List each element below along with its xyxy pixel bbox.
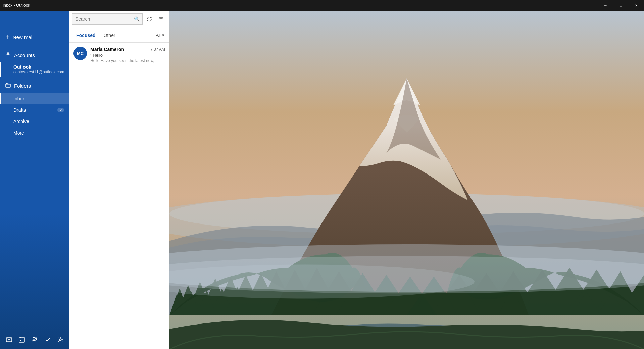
- mail-toolbar: 🔍: [69, 11, 169, 28]
- avatar-initials: MC: [77, 51, 84, 56]
- hamburger-line-1: [7, 17, 12, 18]
- drafts-label: Drafts: [13, 107, 26, 113]
- accounts-section: Accounts: [0, 46, 69, 62]
- filter-dropdown[interactable]: All ▾: [154, 31, 166, 39]
- folders-section-header[interactable]: Folders: [5, 80, 69, 92]
- settings-nav-icon[interactable]: [54, 334, 66, 346]
- hamburger-button[interactable]: [3, 12, 16, 26]
- sidebar-header: [0, 11, 69, 28]
- mail-time: 7:37 AM: [150, 47, 165, 52]
- more-label: More: [13, 130, 24, 136]
- accounts-icon: [5, 52, 11, 58]
- mail-preview: Hello Have you seen the latest new, ...: [90, 58, 165, 63]
- new-mail-plus-icon: +: [5, 33, 9, 41]
- search-input[interactable]: [75, 16, 134, 22]
- accounts-label: Accounts: [14, 52, 35, 58]
- app-container: + New mail Accounts: [0, 11, 644, 349]
- folder-item-archive[interactable]: Archive: [0, 116, 69, 127]
- sync-button[interactable]: [144, 13, 155, 25]
- mail-subject: Hello: [93, 53, 103, 58]
- search-icon[interactable]: 🔍: [134, 16, 140, 22]
- search-box[interactable]: 🔍: [72, 13, 143, 25]
- account-item-outlook[interactable]: Outlook contosotest11@outlook.com: [0, 62, 69, 77]
- svg-point-0: [7, 52, 9, 54]
- close-button[interactable]: ✕: [629, 0, 644, 11]
- minimize-button[interactable]: ─: [598, 0, 613, 11]
- folder-item-drafts[interactable]: Drafts 2: [0, 104, 69, 116]
- mail-list: MC Maria Cameron 7:37 AM › Hello Hello H…: [69, 43, 169, 349]
- new-mail-label: New mail: [13, 34, 34, 40]
- account-name: Outlook: [13, 64, 67, 70]
- tasks-nav-icon[interactable]: [42, 334, 54, 346]
- folder-item-inbox[interactable]: Inbox: [0, 93, 69, 104]
- other-tab-label: Other: [104, 33, 115, 38]
- background-image: [169, 11, 644, 349]
- tab-other[interactable]: Other: [100, 28, 119, 42]
- mail-item[interactable]: MC Maria Cameron 7:37 AM › Hello Hello H…: [69, 43, 169, 67]
- archive-label: Archive: [13, 119, 29, 124]
- active-indicator: [0, 62, 1, 77]
- new-mail-button[interactable]: + New mail: [0, 28, 69, 46]
- calendar-nav-icon[interactable]: [16, 334, 28, 346]
- tab-focused[interactable]: Focused: [72, 28, 100, 42]
- reading-pane: [169, 11, 644, 349]
- sidebar-bottom-nav: [0, 330, 69, 349]
- account-email: contosotest11@outlook.com: [13, 70, 67, 74]
- window-controls: ─ □ ✕: [598, 0, 644, 11]
- hamburger-line-3: [7, 21, 12, 21]
- account-item-wrapper: Outlook contosotest11@outlook.com: [0, 62, 69, 77]
- mail-subject-row: › Hello: [90, 53, 165, 58]
- svg-rect-3: [19, 337, 24, 342]
- svg-rect-2: [6, 338, 12, 342]
- mail-item-header: Maria Cameron 7:37 AM: [90, 47, 165, 52]
- folder-item-more[interactable]: More: [0, 127, 69, 139]
- mail-panel: 🔍 Focused Other: [69, 11, 169, 349]
- folders-section: Folders: [0, 77, 69, 93]
- folders-label: Folders: [14, 83, 31, 89]
- inbox-label: Inbox: [13, 96, 25, 101]
- mail-item-body: Maria Cameron 7:37 AM › Hello Hello Have…: [90, 47, 165, 63]
- focused-tab-label: Focused: [76, 33, 96, 38]
- sender-avatar: MC: [73, 47, 87, 60]
- chevron-down-icon: ▾: [162, 33, 164, 38]
- title-bar: Inbox - Outlook ─ □ ✕: [0, 0, 644, 11]
- hamburger-line-2: [7, 19, 12, 19]
- filter-label: All: [156, 33, 161, 38]
- people-nav-icon[interactable]: [29, 334, 41, 346]
- app-title: Inbox - Outlook: [3, 3, 30, 8]
- restore-button[interactable]: □: [613, 0, 629, 11]
- svg-point-7: [59, 339, 61, 341]
- sidebar-content: + New mail Accounts: [0, 11, 69, 349]
- svg-point-6: [35, 338, 37, 339]
- sidebar: + New mail Accounts: [0, 11, 69, 349]
- folders-icon: [5, 83, 11, 89]
- drafts-badge: 2: [57, 108, 64, 112]
- svg-point-5: [33, 337, 35, 339]
- mail-nav-icon[interactable]: [3, 334, 15, 346]
- svg-rect-4: [20, 340, 21, 341]
- filter-button[interactable]: [156, 13, 167, 25]
- accounts-section-header[interactable]: Accounts: [5, 49, 69, 61]
- mail-tabs: Focused Other All ▾: [69, 28, 169, 43]
- mail-sender: Maria Cameron: [90, 47, 124, 52]
- thread-chevron-icon: ›: [90, 53, 91, 57]
